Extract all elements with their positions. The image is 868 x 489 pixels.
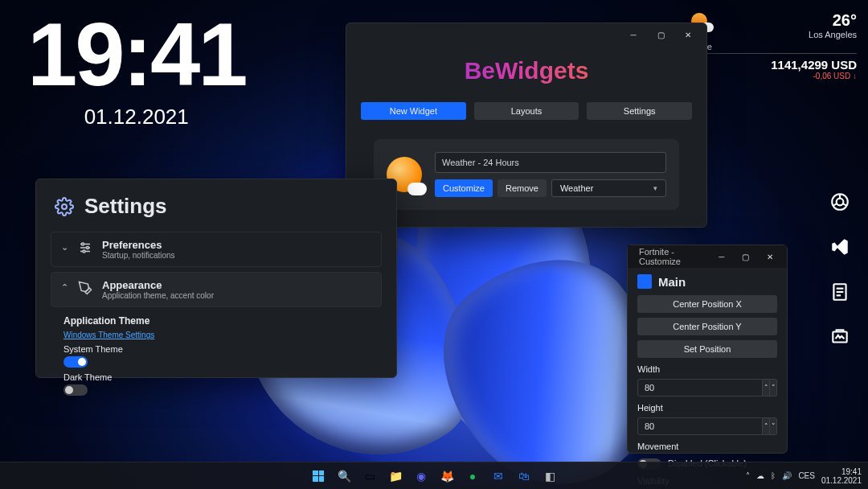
widget-name-input[interactable]: Weather - 24 Hours [435,152,666,173]
svg-point-6 [83,250,85,253]
tray-time: 19:41 [821,467,862,476]
app-shortcut-icon[interactable] [823,320,857,354]
svg-line-10 [833,203,837,206]
tray-chevron-icon[interactable]: ˄ [746,471,750,480]
firefox-icon[interactable]: 🦊 [436,466,457,487]
width-down-button[interactable]: ˅ [770,379,777,397]
sliders-icon [78,240,92,258]
customize-button[interactable]: Customize [435,179,493,197]
chevron-down-icon: ⌄ [61,242,68,253]
temperature-value: 26° [760,11,857,30]
window-close-button[interactable]: ✕ [674,26,702,43]
tray-clock[interactable]: 19:41 01.12.2021 [821,467,862,485]
width-input-row: ˄ ˅ [637,379,777,397]
svg-point-0 [62,204,67,209]
stock-price: 1141,4299 USD [771,58,857,72]
discord-icon[interactable]: ◉ [411,466,432,487]
settings-window: Settings ⌄ Preferences Startup, notifica… [35,179,397,378]
tray-cloud-icon[interactable]: ☁ [756,471,764,480]
settings-button[interactable]: Settings [587,102,692,120]
appearance-title: Appearance [102,279,214,291]
window-titlebar[interactable]: ─ ▢ ✕ [346,23,706,46]
stock-delta: -0,06 USD ↓ [771,72,857,80]
center-y-button[interactable]: Center Position Y [637,318,777,335]
spotify-icon[interactable]: ● [462,466,483,487]
main-icon [637,274,652,289]
window-minimize-button[interactable]: ─ [620,26,647,43]
gear-icon [54,196,75,217]
center-x-button[interactable]: Center Position X [637,295,777,313]
layouts-button[interactable]: Layouts [474,102,579,120]
task-view-icon[interactable]: ▭ [359,466,380,487]
movement-label: Movement [637,442,777,451]
preferences-title: Preferences [102,239,175,251]
mail-icon[interactable]: ✉ [488,466,509,487]
window-maximize-button[interactable]: ▢ [647,26,674,43]
height-input-row: ˄ ˅ [637,417,777,435]
temperature-widget[interactable]: 26° Los Angeles [760,11,857,51]
chevron-down-icon: ▾ [653,184,657,192]
appearance-subtitle: Application theme, accent color [102,291,214,300]
tray-date: 01.12.2021 [821,476,862,485]
dark-theme-label: Dark Theme [63,372,369,382]
weather-location: Los Angeles [760,30,857,39]
system-tray[interactable]: ˄ ☁ ᛒ 🔊 CES 19:41 01.12.2021 [746,467,862,485]
main-heading: Main [658,275,686,289]
new-widget-button[interactable]: New Widget [361,102,466,120]
visual-studio-shortcut-icon[interactable] [823,230,857,264]
window-close-button[interactable]: ✕ [758,248,782,265]
explorer-icon[interactable]: 📁 [385,466,406,487]
appearance-item[interactable]: ⌃ Appearance Application theme, accent c… [51,272,382,307]
window-maximize-button[interactable]: ▢ [734,248,758,265]
bewidgets-logo: BeWidgets [346,57,706,84]
tray-bluetooth-icon[interactable]: ᛒ [771,471,776,480]
svg-point-4 [82,243,84,245]
taskbar: 🔍 ▭ 📁 ◉ 🦊 ● ✉ 🛍 ◧ ˄ ☁ ᛒ 🔊 CES 19:41 01.1… [0,462,868,489]
app-rail [823,185,857,354]
width-label: Width [637,364,777,374]
svg-line-11 [843,203,847,206]
remove-button[interactable]: Remove [497,179,547,197]
appearance-section: Application Theme Windows Theme Settings… [36,312,396,404]
application-theme-header: Application Theme [63,315,369,327]
width-input[interactable] [637,379,763,397]
tray-volume-icon[interactable]: 🔊 [782,471,792,480]
dark-theme-toggle[interactable] [63,384,88,396]
bewidgets-window: ─ ▢ ✕ BeWidgets New Widget Layouts Setti… [346,23,707,228]
system-theme-toggle[interactable] [63,356,88,368]
customize-window: Fortnite - Customize ─ ▢ ✕ Main Center P… [627,244,788,454]
preferences-item[interactable]: ⌄ Preferences Startup, notifications [51,232,382,267]
height-input[interactable] [637,417,763,435]
window-title: Fortnite - Customize [633,247,710,266]
window-titlebar[interactable]: Fortnite - Customize ─ ▢ ✕ [628,245,787,268]
window-minimize-button[interactable]: ─ [710,248,734,265]
height-up-button[interactable]: ˄ [763,417,770,435]
system-theme-label: System Theme [63,344,369,354]
svg-point-8 [837,199,844,206]
height-down-button[interactable]: ˅ [770,417,777,435]
widget-card: Weather - 24 Hours Customize Remove Weat… [374,139,679,210]
search-icon[interactable]: 🔍 [334,466,354,487]
brush-icon [78,281,92,298]
svg-point-5 [87,247,89,249]
settings-title: Settings [84,194,167,219]
height-label: Height [637,403,777,413]
start-button[interactable] [308,466,329,487]
set-position-button[interactable]: Set Position [637,340,777,358]
clock-time: 19:41 [27,10,245,100]
chrome-shortcut-icon[interactable] [823,185,857,219]
width-up-button[interactable]: ˄ [763,379,770,397]
desktop: 19:41 01.12.2021 Haze 26° Los Angeles TS… [0,0,868,489]
bewidgets-icon[interactable]: ◧ [539,466,560,487]
clock-widget[interactable]: 19:41 01.12.2021 [27,10,245,129]
tray-language[interactable]: CES [798,471,815,480]
preferences-subtitle: Startup, notifications [102,251,175,260]
windows-theme-link[interactable]: Windows Theme Settings [63,331,154,339]
widget-type-select[interactable]: Weather ▾ [551,179,666,197]
select-value: Weather [560,183,593,193]
notes-shortcut-icon[interactable] [823,275,857,309]
chevron-up-icon: ⌃ [61,282,68,293]
store-icon[interactable]: 🛍 [514,466,534,487]
clock-date: 01.12.2021 [27,105,245,129]
